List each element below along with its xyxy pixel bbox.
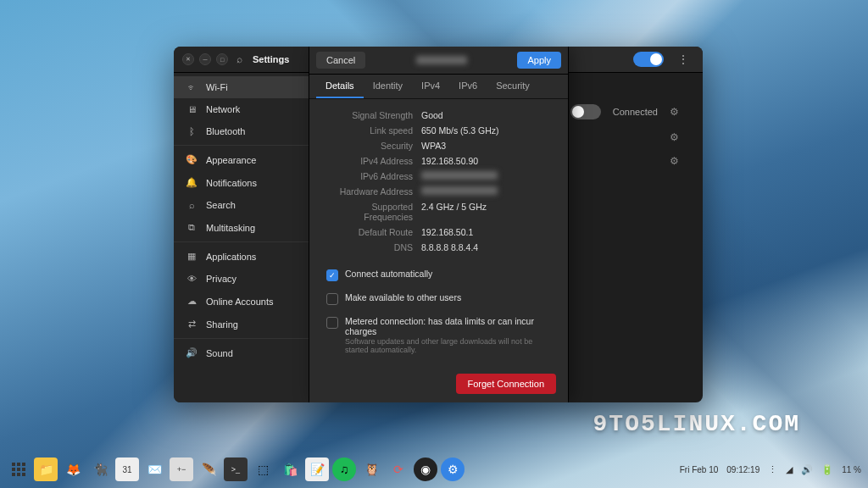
checkbox-row[interactable]: Make available to other users [321,288,556,309]
watermark: 9TO5LINUX.COM [593,411,800,437]
calendar-icon[interactable]: 31 [115,458,139,481]
sidebar-item-label: Online Accounts [206,297,274,307]
sidebar-item-sharing[interactable]: ⇄Sharing [174,313,309,336]
checkbox[interactable] [326,293,338,305]
sound-icon: 🔊 [186,347,198,358]
close-icon[interactable]: ✕ [182,53,194,65]
sidebar-item-network[interactable]: 🖥Network [174,98,309,120]
maximize-icon[interactable]: □ [216,53,228,65]
sidebar-item-privacy[interactable]: 👁Privacy [174,268,309,290]
sidebar-item-label: Network [206,104,240,114]
firefox-icon[interactable]: 🦊 [61,458,85,481]
detail-key: Supported Frequencies [321,202,421,222]
settings-main: ⋮ Connected⚙⚙⚙ Cancel Apply DetailsIdent… [309,47,703,402]
checkbox-row[interactable]: ✓Connect automatically [321,264,556,286]
tool-icon[interactable]: ⬚ [251,458,275,481]
privacy-icon: 👁 [186,274,198,284]
detail-key: IPv6 Address [321,171,421,181]
tray-time: 09:12:19 [726,465,760,474]
apply-button[interactable]: Apply [517,52,561,69]
detail-key: Signal Strength [321,110,421,120]
appearance-icon: 🎨 [186,154,198,165]
spotify-icon[interactable]: ♫ [332,458,356,481]
refresh-icon[interactable]: ⟳ [387,458,410,481]
editor-icon[interactable]: 📝 [305,458,329,481]
detail-row: IPv4 Address192.168.50.90 [321,153,556,169]
checkbox-subtext: Software updates and other large downloa… [345,337,551,354]
tab-details[interactable]: Details [316,75,364,98]
blurred-value [421,171,498,180]
gear-icon[interactable]: ⚙ [670,106,679,118]
detail-row: Hardware Address [321,184,556,199]
detail-row: Link speed650 Mb/s (5.3 GHz) [321,123,556,138]
dialog-tabs: DetailsIdentityIPv4IPv6Security [309,75,568,99]
sidebar-item-online-accounts[interactable]: ☁Online Accounts [174,290,309,313]
tab-security[interactable]: Security [487,75,539,98]
menu-icon[interactable]: ⋮ [672,53,694,66]
sidebar-item-label: Bluetooth [206,126,245,136]
files-icon[interactable]: 📁 [34,458,58,481]
settings-sidebar: ✕ ─ □ ⌕ Settings ᯤWi-Fi🖥NetworkᛒBluetoot… [174,47,309,402]
sharing-icon: ⇄ [186,319,198,330]
apps-icon[interactable] [7,458,31,481]
tray-battery-icon[interactable]: 🔋 [821,464,833,475]
tab-identity[interactable]: Identity [364,75,412,98]
detail-value: 192.168.50.90 [421,156,478,166]
taskbar: 📁 🦊 🐈‍⬛ 31 ✉️ +− 🪶 >_ ⬚ 🛍️ 📝 ♫ 🦉 ⟳ ◉ ⚙ F… [0,456,868,483]
sidebar-item-bluetooth[interactable]: ᛒBluetooth [174,120,309,142]
settings-window: ✕ ─ □ ⌕ Settings ᯤWi-Fi🖥NetworkᛒBluetoot… [174,47,703,402]
tab-ipv6[interactable]: IPv6 [449,75,487,98]
detail-key: Link speed [321,125,421,136]
checkbox[interactable] [326,317,338,329]
search-icon: ⌕ [186,200,198,210]
blurred-value [421,186,498,195]
search-icon[interactable]: ⌕ [236,53,242,65]
detail-row: SecurityWPA3 [321,138,556,153]
checkbox-label: Connect automatically [345,269,432,279]
detail-row: Default Route192.168.50.1 [321,225,556,240]
email-icon[interactable]: ✉️ [142,458,166,481]
owl-icon[interactable]: 🦉 [359,458,383,481]
gear-icon[interactable]: ⚙ [670,131,679,143]
multitask-icon: ⧉ [186,222,198,233]
dialog-body: Signal StrengthGoodLink speed650 Mb/s (5… [309,99,568,365]
checkbox[interactable]: ✓ [326,269,338,281]
system-tray[interactable]: Fri Feb 10 09:12:19 ⋮ ◢ 🔊 🔋 11 % [680,464,861,475]
sidebar-item-appearance[interactable]: 🎨Appearance [174,148,309,171]
cancel-button[interactable]: Cancel [316,52,365,69]
cat-icon[interactable]: 🐈‍⬛ [88,458,112,481]
sidebar-item-sound[interactable]: 🔊Sound [174,341,309,364]
sidebar-item-wi-fi[interactable]: ᯤWi-Fi [174,76,309,98]
settings-icon[interactable]: ⚙ [441,458,465,481]
tab-ipv4[interactable]: IPv4 [412,75,449,98]
tray-volume-icon[interactable]: 🔊 [801,464,813,475]
sidebar-item-label: Notifications [206,178,257,188]
tray-wifi-icon[interactable]: ◢ [786,464,793,475]
network-icon: 🖥 [186,104,198,114]
bluetooth-icon: ᛒ [186,126,198,136]
wifi-icon: ᯤ [186,82,198,92]
detail-row: IPv6 Address [321,169,556,184]
minimize-icon[interactable]: ─ [199,53,211,65]
sidebar-item-applications[interactable]: ▦Applications [174,245,309,268]
checkbox-row[interactable]: Metered connection: has data limits or c… [321,312,556,358]
dialog-header: Cancel Apply [309,47,568,75]
sidebar-item-notifications[interactable]: 🔔Notifications [174,171,309,194]
steam-icon[interactable]: ◉ [414,458,437,481]
terminal-icon[interactable]: >_ [224,458,248,481]
store-icon[interactable]: 🛍️ [278,458,302,481]
sidebar-item-search[interactable]: ⌕Search [174,194,309,216]
detail-key: Default Route [321,227,421,237]
sidebar-item-multitasking[interactable]: ⧉Multitasking [174,216,309,239]
sidebar-item-label: Sound [206,348,233,358]
forget-button[interactable]: Forget Connection [456,374,557,394]
wifi-toggle[interactable] [633,52,664,67]
detail-value: 2.4 GHz / 5 GHz [421,202,487,222]
network-status: Connected [613,107,658,117]
tray-menu-icon[interactable]: ⋮ [768,464,777,475]
calculator-icon[interactable]: +− [170,458,193,481]
gear-icon[interactable]: ⚙ [670,155,679,167]
feather-icon[interactable]: 🪶 [197,458,220,481]
detail-row: Supported Frequencies2.4 GHz / 5 GHz [321,199,556,225]
network-toggle[interactable] [570,104,601,119]
